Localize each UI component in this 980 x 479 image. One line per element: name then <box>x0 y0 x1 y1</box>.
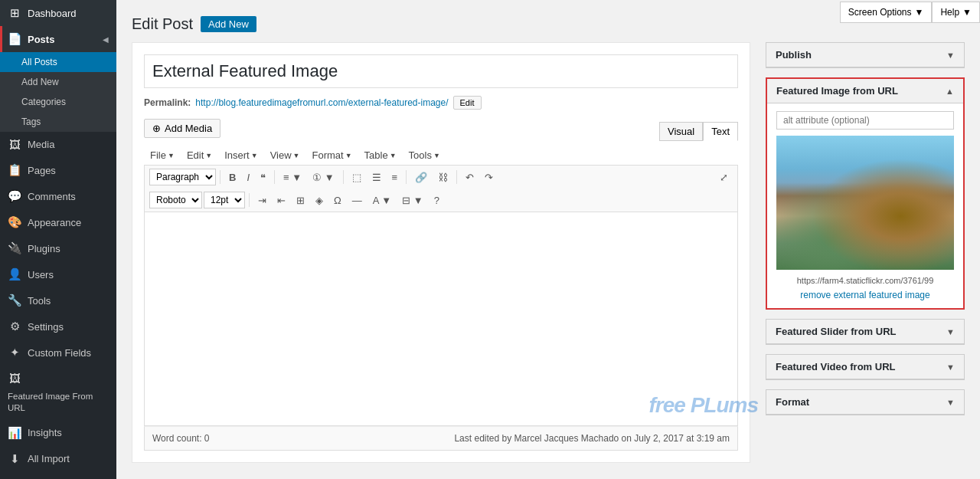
add-new-button[interactable]: Add New <box>201 16 256 32</box>
sidebar-item-all-import[interactable]: ⬇ All Import <box>0 446 116 472</box>
sidebar-item-plugins[interactable]: 🔌 Plugins <box>0 235 116 261</box>
outdent-button[interactable]: ⇤ <box>273 192 290 208</box>
sidebar-item-categories[interactable]: Categories <box>0 92 116 112</box>
add-media-label: Add Media <box>165 123 212 134</box>
sidebar: ⊞ Dashboard 📄 Posts ◀ All Posts Add New … <box>0 0 116 479</box>
menu-table-arrow: ▼ <box>390 152 397 159</box>
sidebar-item-custom-fields[interactable]: ✦ Custom Fields <box>0 340 116 366</box>
table-button[interactable]: ⊞ <box>292 192 309 208</box>
eraser-button[interactable]: ◈ <box>311 192 328 208</box>
topbar: Screen Options ▼ Help ▼ <box>840 0 980 25</box>
sidebar-item-insights[interactable]: 📊 Insights <box>0 420 116 446</box>
menu-view[interactable]: View ▼ <box>264 147 306 163</box>
undo-button[interactable]: ↶ <box>461 169 479 185</box>
alt-attribute-input[interactable] <box>776 111 954 130</box>
align-center-button[interactable]: ☰ <box>368 169 386 185</box>
editor-menu-bar: File ▼ Edit ▼ Insert ▼ View ▼ Format ▼ T… <box>144 147 738 163</box>
help-button[interactable]: Help ▼ <box>932 2 980 23</box>
sidebar-item-featured-image-from-url[interactable]: 🖼 Featured Image From URL <box>0 366 116 420</box>
format-box-header[interactable]: Format ▼ <box>766 390 964 415</box>
publish-box-header[interactable]: Publish ▼ <box>766 43 964 67</box>
menu-tools[interactable]: Tools ▼ <box>403 147 446 163</box>
post-title-input[interactable] <box>144 54 738 88</box>
sidebar-item-tools[interactable]: 🔧 Tools <box>0 287 116 313</box>
featured-image-from-url-icon: 🖼 <box>8 372 21 385</box>
featured-slider-box-header[interactable]: Featured Slider from URL ▼ <box>766 320 964 344</box>
menu-file-arrow: ▼ <box>168 152 175 159</box>
permalink-edit-button[interactable]: Edit <box>453 96 482 110</box>
align-right-button[interactable]: ≡ <box>387 169 403 185</box>
sidebar-sub-posts: All Posts Add New Categories Tags <box>0 52 116 132</box>
hr-button[interactable]: — <box>348 192 367 208</box>
sidebar-label-users: Users <box>28 269 54 281</box>
editor-body[interactable] <box>144 212 738 426</box>
sidebar-label-all-import: All Import <box>28 453 70 464</box>
help-toolbar-button[interactable]: ? <box>430 192 444 208</box>
bold-button[interactable]: B <box>224 169 240 185</box>
sidebar-label-add-new: Add New <box>21 77 59 87</box>
sidebar-item-settings[interactable]: ⚙ Settings <box>0 313 116 340</box>
featured-video-box: Featured Video from URL ▼ <box>766 354 965 380</box>
sidebar-label-categories: Categories <box>21 97 66 107</box>
sidebar-label-settings: Settings <box>28 321 64 333</box>
indent-button[interactable]: ⇥ <box>253 192 271 208</box>
featured-slider-box: Featured Slider from URL ▼ <box>766 319 965 345</box>
posts-icon: 📄 <box>8 32 21 46</box>
paragraph-select[interactable]: Paragraph <box>149 169 216 185</box>
redo-button[interactable]: ↷ <box>480 169 498 185</box>
align-left-button[interactable]: ⬚ <box>348 169 366 185</box>
font-size-select[interactable]: 12pt <box>204 192 245 208</box>
add-media-button[interactable]: ⊕ Add Media <box>144 119 220 138</box>
sidebar-label-all-posts: All Posts <box>21 57 57 67</box>
screen-options-label: Screen Options <box>848 7 912 18</box>
remove-image-link[interactable]: remove external featured image <box>776 290 954 300</box>
menu-insert[interactable]: Insert ▼ <box>218 147 263 163</box>
tab-visual[interactable]: Visual <box>659 122 703 141</box>
sidebar-label-appearance: Appearance <box>28 217 81 228</box>
sidebar-item-posts[interactable]: 📄 Posts ◀ <box>0 26 116 52</box>
image-sky <box>776 136 954 189</box>
menu-view-arrow: ▼ <box>293 152 300 159</box>
permalink-link[interactable]: http://blog.featuredimagefromurl.com/ext… <box>195 97 448 108</box>
menu-file[interactable]: File ▼ <box>144 147 181 163</box>
unlink-button[interactable]: ⛓ <box>433 169 452 185</box>
plugins-icon: 🔌 <box>8 241 21 255</box>
sidebar-label-media: Media <box>28 139 54 150</box>
font-select[interactable]: Roboto <box>149 192 202 208</box>
sidebar-item-all-posts[interactable]: All Posts <box>0 52 116 72</box>
sidebar-label-plugins: Plugins <box>28 243 60 254</box>
menu-edit[interactable]: Edit ▼ <box>181 147 218 163</box>
unordered-list-button[interactable]: ≡ ▼ <box>279 169 306 185</box>
tab-text[interactable]: Text <box>703 122 738 141</box>
fullscreen-button[interactable]: ⤢ <box>715 169 733 185</box>
sidebar-item-pages[interactable]: 📋 Pages <box>0 157 116 183</box>
italic-button[interactable]: I <box>242 169 254 185</box>
editor-container: Permalink: http://blog.featuredimagefrom… <box>132 42 750 463</box>
sidebar-label-featured-image-from-url: Featured Image From URL <box>8 391 109 414</box>
image-url-text: https://farm4.staticflickr.com/3761/99 <box>776 276 954 285</box>
blockquote-button[interactable]: ❝ <box>256 169 270 185</box>
featured-image-box-header[interactable]: Featured Image from URL ▲ <box>767 79 963 103</box>
ordered-list-button[interactable]: ① ▼ <box>308 169 338 185</box>
table2-button[interactable]: ⊟ ▼ <box>397 192 427 208</box>
featured-video-box-header[interactable]: Featured Video from URL ▼ <box>766 355 964 379</box>
featured-slider-title: Featured Slider from URL <box>776 326 896 337</box>
sidebar-item-dashboard[interactable]: ⊞ Dashboard <box>0 0 116 26</box>
insights-icon: 📊 <box>8 426 21 440</box>
sidebar-item-tags[interactable]: Tags <box>0 112 116 132</box>
sidebar-item-comments[interactable]: 💬 Comments <box>0 183 116 209</box>
image-mountain <box>776 143 954 223</box>
font-color-button[interactable]: A ▼ <box>368 192 396 208</box>
menu-format[interactable]: Format ▼ <box>306 147 358 163</box>
sidebar-item-add-new[interactable]: Add New <box>0 72 116 92</box>
all-import-icon: ⬇ <box>8 452 21 466</box>
toolbar-separator-3 <box>343 170 344 184</box>
screen-options-button[interactable]: Screen Options ▼ <box>840 2 933 23</box>
link-button[interactable]: 🔗 <box>410 169 432 185</box>
sidebar-item-users[interactable]: 👤 Users <box>0 261 116 287</box>
special-chars-button[interactable]: Ω <box>329 192 346 208</box>
sidebar-item-appearance[interactable]: 🎨 Appearance <box>0 209 116 235</box>
image-sea <box>776 223 954 270</box>
menu-table[interactable]: Table ▼ <box>358 147 403 163</box>
sidebar-item-media[interactable]: 🖼 Media <box>0 132 116 157</box>
